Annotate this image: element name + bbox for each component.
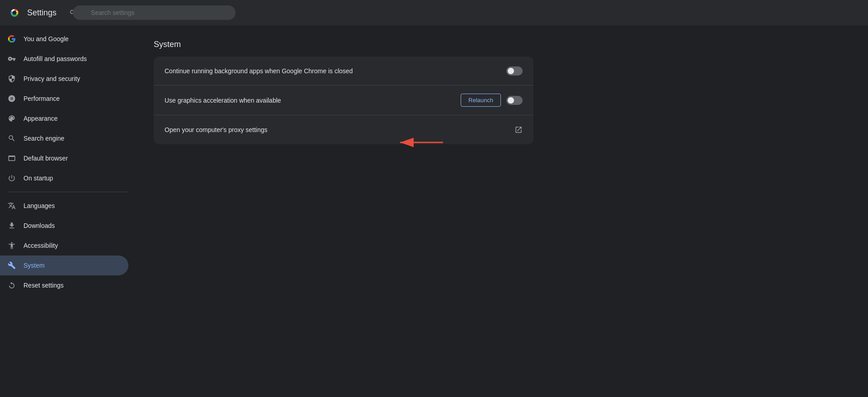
sidebar-item-on-startup[interactable]: On startup <box>0 168 128 188</box>
sidebar-item-search-engine[interactable]: Search engine <box>0 128 128 148</box>
accessibility-icon <box>7 241 16 250</box>
sidebar-item-privacy[interactable]: Privacy and security <box>0 69 128 89</box>
sidebar-item-label: Autofill and passwords <box>24 55 87 62</box>
graphics-label: Use graphics acceleration when available <box>165 97 461 104</box>
graphics-actions: Relaunch <box>461 94 523 107</box>
search-container <box>64 5 236 20</box>
background-apps-label: Continue running background apps when Go… <box>165 67 506 75</box>
sidebar-item-system[interactable]: System <box>0 255 128 275</box>
sidebar-item-label: Default browser <box>24 155 68 162</box>
chrome-logo-icon <box>7 5 22 20</box>
sidebar-item-default-browser[interactable]: Default browser <box>0 148 128 168</box>
browser-icon <box>7 154 16 163</box>
graphics-toggle[interactable] <box>506 96 523 105</box>
header: Settings <box>0 0 868 25</box>
settings-row-proxy[interactable]: Open your computer's proxy settings <box>154 115 533 144</box>
sidebar-item-languages[interactable]: Languages <box>0 196 128 216</box>
sidebar-item-label: On startup <box>24 175 53 182</box>
sidebar-item-label: Reset settings <box>24 282 64 289</box>
external-link-icon <box>514 126 523 134</box>
wrench-icon <box>7 261 16 270</box>
sidebar-item-label: Downloads <box>24 222 55 229</box>
sidebar-item-you-and-google[interactable]: You and Google <box>0 29 128 49</box>
app-logo: Settings <box>7 5 57 20</box>
search-nav-icon <box>7 134 16 143</box>
toggle-knob <box>508 97 514 104</box>
proxy-actions <box>514 126 523 134</box>
section-title: System <box>154 40 850 49</box>
speedometer-icon <box>7 94 16 103</box>
sidebar-item-label: Accessibility <box>24 242 58 249</box>
sidebar-item-appearance[interactable]: Appearance <box>0 109 128 128</box>
relaunch-button[interactable]: Relaunch <box>461 94 501 107</box>
download-icon <box>7 221 16 230</box>
search-input[interactable] <box>73 5 236 20</box>
sidebar: You and Google Autofill and passwords Pr… <box>0 25 136 397</box>
sidebar-item-label: Appearance <box>24 115 58 122</box>
toggle-knob <box>508 68 514 74</box>
palette-icon <box>7 114 16 123</box>
sidebar-item-performance[interactable]: Performance <box>0 89 128 109</box>
key-icon <box>7 54 16 63</box>
sidebar-item-autofill[interactable]: Autofill and passwords <box>0 49 128 69</box>
background-apps-toggle[interactable] <box>506 66 523 76</box>
shield-icon <box>7 74 16 83</box>
sidebar-item-label: System <box>24 262 45 269</box>
reset-icon <box>7 281 16 290</box>
sidebar-item-accessibility[interactable]: Accessibility <box>0 236 128 255</box>
sidebar-item-label: You and Google <box>24 35 69 43</box>
proxy-label: Open your computer's proxy settings <box>165 126 514 133</box>
background-apps-actions <box>506 66 523 76</box>
settings-card: Continue running background apps when Go… <box>154 57 533 144</box>
sidebar-item-label: Privacy and security <box>24 75 80 82</box>
settings-row-graphics: Use graphics acceleration when available… <box>154 85 533 115</box>
google-icon <box>7 34 16 43</box>
main-layout: You and Google Autofill and passwords Pr… <box>0 25 868 397</box>
content-area: System Continue running background apps … <box>136 25 868 397</box>
translate-icon <box>7 201 16 210</box>
sidebar-item-label: Search engine <box>24 135 64 142</box>
settings-row-background-apps: Continue running background apps when Go… <box>154 57 533 85</box>
sidebar-item-label: Performance <box>24 95 60 102</box>
svg-point-1 <box>13 11 17 15</box>
sidebar-divider <box>7 192 128 192</box>
sidebar-item-downloads[interactable]: Downloads <box>0 216 128 236</box>
power-icon <box>7 174 16 183</box>
sidebar-item-label: Languages <box>24 202 55 209</box>
app-title: Settings <box>27 8 57 18</box>
sidebar-item-reset-settings[interactable]: Reset settings <box>0 275 128 295</box>
